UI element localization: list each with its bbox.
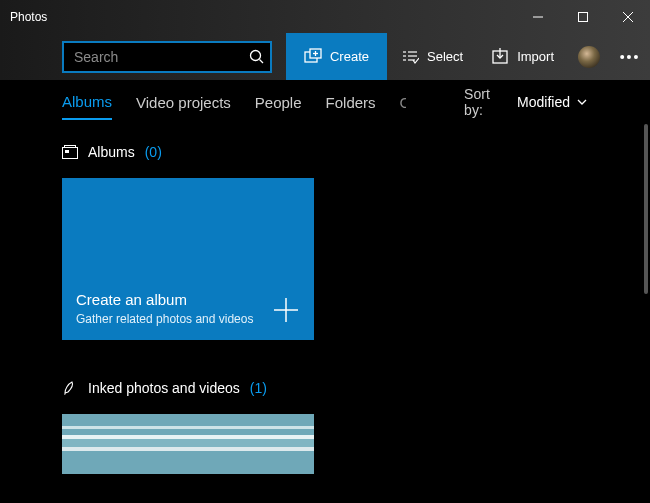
titlebar: Photos (0, 0, 650, 33)
chevron-down-icon (576, 96, 588, 108)
select-icon (401, 48, 419, 66)
svg-rect-19 (65, 146, 76, 148)
inked-count: (1) (250, 380, 267, 396)
search-button[interactable] (249, 43, 265, 71)
scrollbar[interactable] (644, 124, 648, 294)
maximize-icon (578, 12, 588, 22)
import-icon (491, 48, 509, 66)
svg-rect-1 (578, 12, 587, 21)
app-title: Photos (10, 10, 515, 24)
sort-label: Sort by: (464, 86, 493, 118)
search-box[interactable] (62, 41, 272, 73)
minimize-icon (533, 12, 543, 22)
album-icon (62, 145, 78, 159)
inked-section-header: Inked photos and videos (1) (62, 380, 650, 396)
window-controls (515, 0, 650, 33)
create-album-title: Create an album (76, 291, 300, 308)
svg-line-5 (260, 59, 264, 63)
sort-value-text: Modified (517, 94, 570, 110)
ellipsis-icon: ••• (620, 49, 641, 65)
toolbar: Create Select Import ••• (0, 33, 650, 80)
svg-rect-18 (63, 148, 78, 159)
svg-point-4 (251, 50, 261, 60)
create-album-subtitle: Gather related photos and videos (76, 312, 300, 326)
tab-overflow[interactable]: C (400, 86, 407, 119)
create-icon (304, 48, 322, 66)
create-album-tile[interactable]: Create an album Gather related photos an… (62, 178, 314, 340)
inked-section-label: Inked photos and videos (88, 380, 240, 396)
svg-rect-20 (65, 150, 69, 153)
select-button[interactable]: Select (387, 33, 477, 80)
inked-thumbnail[interactable] (62, 414, 314, 474)
search-icon (249, 49, 265, 65)
tab-people[interactable]: People (255, 86, 302, 119)
content-area: Albums (0) Create an album Gather relate… (0, 124, 650, 474)
plus-icon (272, 296, 300, 324)
albums-count: (0) (145, 144, 162, 160)
avatar[interactable] (578, 46, 600, 68)
minimize-button[interactable] (515, 0, 560, 33)
more-button[interactable]: ••• (610, 33, 650, 80)
tab-folders[interactable]: Folders (326, 86, 376, 119)
tab-albums[interactable]: Albums (62, 85, 112, 120)
close-icon (623, 12, 633, 22)
create-button[interactable]: Create (286, 33, 387, 80)
tabs-row: Albums Video projects People Folders C S… (0, 80, 650, 124)
search-input[interactable] (74, 49, 249, 65)
tab-video-projects[interactable]: Video projects (136, 86, 231, 119)
select-label: Select (427, 49, 463, 64)
albums-section-label: Albums (88, 144, 135, 160)
create-label: Create (330, 49, 369, 64)
maximize-button[interactable] (560, 0, 605, 33)
import-label: Import (517, 49, 554, 64)
pen-icon (62, 380, 78, 396)
albums-section-header: Albums (0) (62, 144, 650, 160)
sort-dropdown[interactable]: Modified (517, 94, 588, 110)
import-button[interactable]: Import (477, 33, 568, 80)
close-button[interactable] (605, 0, 650, 33)
